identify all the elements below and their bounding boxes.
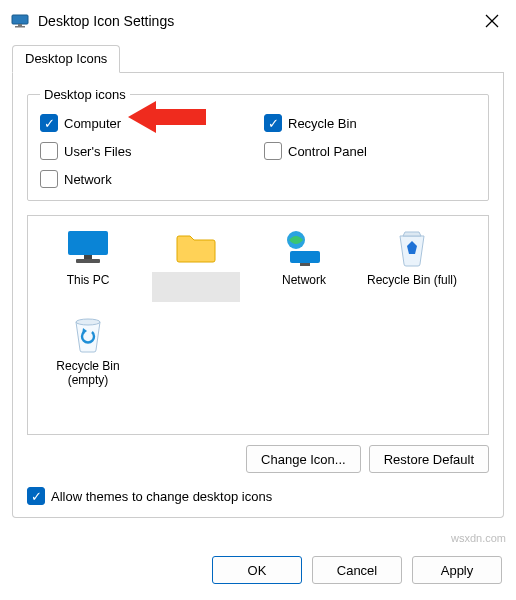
checkbox-label: Network (64, 172, 112, 187)
icon-label: This PC (58, 272, 118, 288)
svg-rect-7 (76, 259, 100, 263)
icon-buttons-row: Change Icon... Restore Default (27, 445, 489, 473)
dialog-footer: OK Cancel Apply (212, 556, 502, 584)
checkbox-allow-themes[interactable]: ✓ Allow themes to change desktop icons (27, 487, 489, 505)
desktop-icons-group: Desktop icons ✓ Computer ✓ Recycle Bin U… (27, 87, 489, 201)
icon-item-this-pc[interactable]: This PC (36, 224, 140, 306)
icon-label: Recycle Bin (full) (364, 272, 460, 288)
icon-item-folder[interactable] (144, 224, 248, 306)
checkbox-users-files[interactable]: User's Files (40, 142, 252, 160)
monitor-icon (64, 228, 112, 268)
tab-panel: Desktop icons ✓ Computer ✓ Recycle Bin U… (12, 73, 504, 518)
svg-rect-9 (290, 251, 320, 263)
svg-rect-2 (15, 26, 25, 28)
close-icon (485, 14, 499, 28)
checkbox-label: Computer (64, 116, 121, 131)
checkbox-label: User's Files (64, 144, 132, 159)
tabstrip: Desktop Icons (12, 44, 504, 73)
svg-rect-10 (300, 263, 310, 266)
svg-rect-5 (68, 231, 108, 255)
checkbox-control-panel[interactable]: Control Panel (264, 142, 476, 160)
checkbox-label: Allow themes to change desktop icons (51, 489, 272, 504)
icon-label-redacted (152, 272, 240, 302)
folder-icon (172, 228, 220, 268)
checkbox-box (264, 142, 282, 160)
watermark-text: wsxdn.com (451, 532, 506, 544)
icon-label: Network (274, 272, 334, 288)
change-icon-button[interactable]: Change Icon... (246, 445, 361, 473)
icon-item-recycle-full[interactable]: Recycle Bin (full) (360, 224, 464, 306)
icon-preview-area: This PC (27, 215, 489, 435)
checkbox-network[interactable]: Network (40, 170, 252, 188)
apply-button[interactable]: Apply (412, 556, 502, 584)
checkbox-box (40, 142, 58, 160)
cancel-button[interactable]: Cancel (312, 556, 402, 584)
checkbox-grid: ✓ Computer ✓ Recycle Bin User's Files Co… (40, 114, 476, 188)
recycle-bin-empty-icon (64, 314, 112, 354)
checkbox-box (40, 170, 58, 188)
checkbox-label: Control Panel (288, 144, 367, 159)
icon-label: Recycle Bin (empty) (38, 358, 138, 389)
checkbox-box: ✓ (264, 114, 282, 132)
group-legend: Desktop icons (40, 87, 130, 102)
tab-desktop-icons[interactable]: Desktop Icons (12, 45, 120, 73)
checkbox-computer[interactable]: ✓ Computer (40, 114, 252, 132)
icon-item-network[interactable]: Network (252, 224, 356, 306)
titlebar: Desktop Icon Settings (0, 0, 516, 40)
svg-rect-6 (84, 255, 92, 259)
close-button[interactable] (478, 7, 506, 35)
ok-button[interactable]: OK (212, 556, 302, 584)
app-icon (10, 11, 30, 31)
checkbox-box: ✓ (40, 114, 58, 132)
checkbox-box: ✓ (27, 487, 45, 505)
checkbox-recycle-bin[interactable]: ✓ Recycle Bin (264, 114, 476, 132)
network-icon (280, 228, 328, 268)
svg-rect-1 (18, 24, 22, 26)
icon-item-recycle-empty[interactable]: Recycle Bin (empty) (36, 310, 140, 393)
svg-rect-0 (12, 15, 28, 24)
icon-grid: This PC (36, 224, 480, 393)
svg-point-11 (76, 319, 100, 325)
window-title: Desktop Icon Settings (38, 13, 478, 29)
recycle-bin-full-icon (388, 228, 436, 268)
dialog-content: Desktop Icons Desktop icons ✓ Computer ✓… (0, 40, 516, 526)
restore-default-button[interactable]: Restore Default (369, 445, 489, 473)
checkbox-label: Recycle Bin (288, 116, 357, 131)
